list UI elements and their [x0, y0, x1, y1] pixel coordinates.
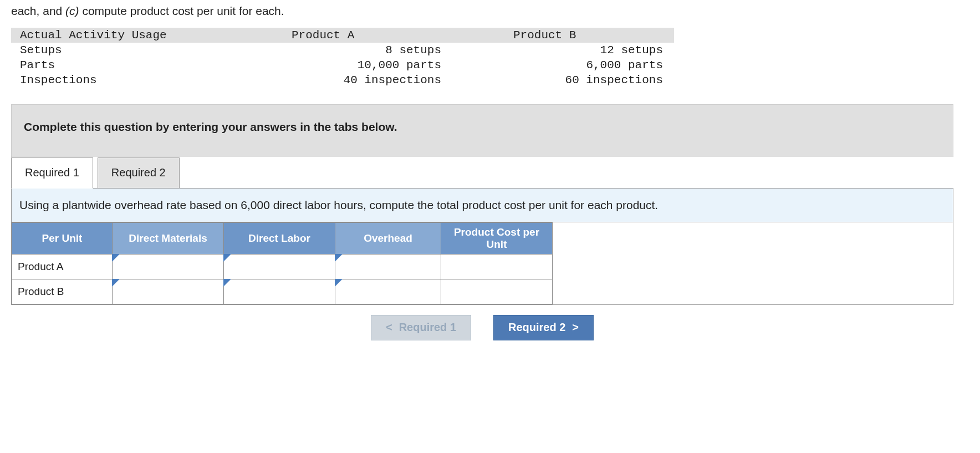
activity-usage-table: Actual Activity Usage Product A Product … — [11, 28, 674, 88]
activity-row-label: Setups — [11, 43, 208, 58]
tab-required-2[interactable]: Required 2 — [98, 157, 180, 189]
intro-prefix: each, and — [11, 4, 65, 17]
instruction-banner: Complete this question by entering your … — [11, 104, 953, 157]
activity-row-b: 12 setups — [452, 43, 674, 58]
output-product-b-cost-per-unit — [441, 279, 553, 304]
grid-row-label-product-b: Product B — [12, 279, 113, 304]
grid-header-overhead: Overhead — [335, 222, 441, 254]
chevron-right-icon: > — [572, 321, 579, 334]
intro-suffix: compute product cost per unit for each. — [79, 4, 284, 17]
question-intro-line: each, and (c) compute product cost per u… — [11, 2, 969, 20]
chevron-left-icon: < — [386, 321, 392, 334]
activity-header-usage: Actual Activity Usage — [11, 28, 208, 43]
input-product-a-overhead[interactable] — [335, 254, 441, 279]
input-product-b-overhead[interactable] — [335, 279, 441, 304]
input-product-a-direct-materials[interactable] — [113, 254, 224, 279]
activity-row-label: Parts — [11, 58, 208, 73]
activity-row-a: 40 inspections — [208, 73, 452, 88]
intro-part-label: (c) — [65, 4, 79, 17]
grid-row-label-product-a: Product A — [12, 254, 113, 279]
tab-required-1[interactable]: Required 1 — [11, 157, 93, 189]
nav-button-row: < Required 1 Required 2 > — [11, 305, 953, 342]
tab-strip: Required 1 Required 2 — [11, 157, 953, 188]
grid-header-direct-labor: Direct Labor — [224, 222, 335, 254]
tab-body: Using a plantwide overhead rate based on… — [11, 188, 953, 305]
input-product-a-direct-labor[interactable] — [224, 254, 335, 279]
next-button-label: Required 2 — [508, 321, 565, 334]
grid-header-per-unit: Per Unit — [12, 222, 113, 254]
activity-row-b: 60 inspections — [452, 73, 674, 88]
next-button[interactable]: Required 2 > — [493, 315, 594, 340]
prev-button-label: Required 1 — [399, 321, 456, 334]
activity-row-label: Inspections — [11, 73, 208, 88]
grid-header-product-cost: Product Cost per Unit — [441, 222, 553, 254]
grid-header-direct-materials: Direct Materials — [113, 222, 224, 254]
activity-row-b: 6,000 parts — [452, 58, 674, 73]
activity-header-product-a: Product A — [208, 28, 452, 43]
activity-header-product-b: Product B — [452, 28, 674, 43]
answer-grid: Per Unit Direct Materials Direct Labor O… — [12, 222, 553, 304]
tab-instruction: Using a plantwide overhead rate based on… — [12, 189, 953, 222]
input-product-b-direct-materials[interactable] — [113, 279, 224, 304]
activity-row-a: 8 setups — [208, 43, 452, 58]
prev-button: < Required 1 — [371, 315, 471, 340]
activity-row-a: 10,000 parts — [208, 58, 452, 73]
output-product-a-cost-per-unit — [441, 254, 553, 279]
input-product-b-direct-labor[interactable] — [224, 279, 335, 304]
